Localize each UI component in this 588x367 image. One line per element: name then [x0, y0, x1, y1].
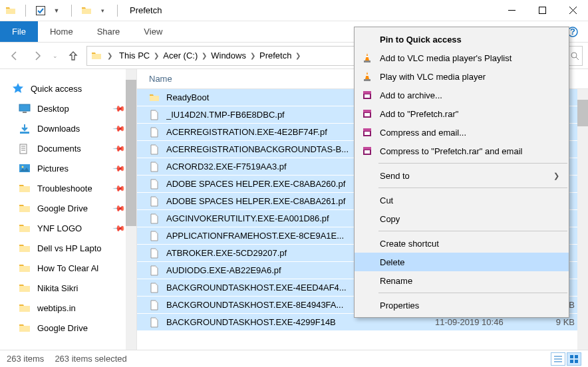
context-menu-item[interactable]: Pin to Quick access: [355, 30, 569, 49]
sidebar-item-label: Google Drive: [37, 203, 88, 213]
context-menu-item[interactable]: Add to VLC media player's Playlist: [355, 49, 569, 67]
menu-separator: [378, 187, 567, 188]
file-date: 11-09-2019 10:46: [435, 317, 535, 327]
file-icon: [149, 110, 160, 120]
desktop-icon: [19, 104, 31, 113]
sidebar-item-label: Nikita Sikri: [37, 283, 78, 293]
file-icon: [149, 196, 160, 207]
close-button[interactable]: [557, 0, 588, 21]
maximize-button[interactable]: [527, 0, 557, 21]
back-button[interactable]: [5, 47, 24, 65]
sidebar-item-label: Troubleshoote: [37, 184, 92, 193]
menu-separator: [378, 293, 567, 293]
file-icon: [149, 127, 160, 138]
sidebar-item[interactable]: Troubleshoote📌: [0, 178, 136, 198]
chevron-right-icon[interactable]: ❯: [247, 52, 258, 59]
breadcrumb-item[interactable]: Acer (C:): [162, 51, 199, 61]
context-menu-label: Copy: [380, 214, 400, 224]
context-menu-label: Compress to "Prefetch.rar" and email: [380, 146, 522, 156]
context-menu-item[interactable]: Send to❯: [355, 166, 569, 185]
context-menu-item[interactable]: Rename: [355, 271, 569, 290]
qat-dropdown-icon[interactable]: ▼: [51, 5, 62, 16]
sidebar-item[interactable]: Documents📌: [0, 138, 136, 158]
context-menu-item[interactable]: Play with VLC media player: [355, 67, 569, 86]
sidebar-quick-access[interactable]: Quick access: [0, 78, 136, 98]
pin-icon: 📌: [112, 102, 126, 116]
sidebar-item[interactable]: Desktop📌: [0, 98, 136, 118]
svg-rect-5: [19, 104, 30, 111]
chevron-right-icon[interactable]: ❯: [104, 52, 115, 59]
sidebar-item[interactable]: webtips.in: [0, 298, 136, 318]
context-menu-item[interactable]: Compress and email...: [355, 123, 569, 142]
pin-icon: 📌: [112, 122, 126, 136]
pin-icon: 📌: [112, 162, 126, 176]
sidebar-item[interactable]: YNF LOGO📌: [0, 218, 136, 238]
view-icons-button[interactable]: [567, 352, 581, 366]
pin-icon: 📌: [112, 142, 126, 156]
list-scrollbar[interactable]: [577, 89, 588, 350]
file-icon: [149, 179, 160, 189]
sidebar-item-label: How To Clear Al: [37, 263, 98, 273]
folder-icon: [19, 323, 31, 332]
breadcrumb-item[interactable]: This PC: [118, 51, 151, 61]
recent-dropdown-icon[interactable]: ⌄: [51, 47, 60, 65]
context-menu-item[interactable]: Properties: [355, 296, 569, 314]
folder-icon: [5, 5, 16, 16]
up-button[interactable]: [64, 47, 82, 65]
svg-rect-17: [363, 110, 371, 112]
context-menu-item[interactable]: Copy: [355, 209, 569, 228]
pin-icon: 📌: [112, 221, 126, 235]
breadcrumb-item[interactable]: Windows: [210, 51, 247, 61]
svg-rect-14: [363, 91, 371, 94]
context-menu-item[interactable]: Add to "Prefetch.rar": [355, 104, 569, 123]
minimize-button[interactable]: [496, 0, 527, 21]
context-menu-label: Add to "Prefetch.rar": [380, 109, 458, 119]
checkbox-icon[interactable]: [35, 5, 46, 16]
sidebar-item-label: Google Drive: [37, 323, 88, 333]
sidebar-item[interactable]: Pictures📌: [0, 158, 136, 178]
tab-home[interactable]: Home: [38, 21, 85, 42]
file-icon: [149, 213, 160, 224]
svg-rect-20: [363, 128, 371, 131]
menu-separator: [378, 163, 567, 164]
chevron-right-icon[interactable]: ❯: [151, 52, 162, 59]
file-tab[interactable]: File: [0, 21, 38, 42]
sidebar-item[interactable]: How To Clear Al: [0, 258, 136, 278]
titlebar: ▼ ▾ Prefetch: [0, 0, 588, 21]
context-menu-label: Pin to Quick access: [380, 35, 462, 45]
svg-rect-28: [575, 360, 578, 363]
view-details-button[interactable]: [551, 352, 565, 366]
context-menu-item[interactable]: Add to archive...: [355, 86, 569, 104]
tab-share[interactable]: Share: [85, 21, 132, 42]
svg-rect-1: [539, 7, 545, 14]
folder-icon: [19, 263, 31, 273]
tab-view[interactable]: View: [132, 21, 174, 42]
sidebar-item[interactable]: Google Drive📌: [0, 198, 136, 218]
context-menu-item[interactable]: Cut: [355, 191, 569, 209]
star-icon: [12, 82, 24, 94]
sidebar-item[interactable]: Google Drive: [0, 318, 136, 338]
sidebar-scrollbar[interactable]: [126, 69, 136, 350]
file-name: BACKGROUNDTASKHOST.EXE-4299F14B: [166, 317, 428, 327]
context-menu-item[interactable]: Delete: [355, 253, 569, 271]
file-icon: [149, 283, 160, 293]
breadcrumb-item[interactable]: Prefetch: [258, 51, 293, 61]
pictures-icon: [19, 164, 31, 173]
folder-icon: [91, 51, 102, 61]
sidebar-item[interactable]: Downloads📌: [0, 118, 136, 138]
sidebar-item[interactable]: Dell vs HP Lapto: [0, 238, 136, 258]
context-menu-item[interactable]: Compress to "Prefetch.rar" and email: [355, 142, 569, 160]
context-menu-item[interactable]: Create shortcut: [355, 234, 569, 253]
chevron-right-icon[interactable]: ❯: [293, 52, 303, 59]
forward-button[interactable]: [28, 47, 47, 65]
context-menu-label: Create shortcut: [380, 239, 439, 249]
chevron-right-icon[interactable]: ❯: [199, 52, 210, 59]
file-icon: [149, 144, 160, 155]
title-dropdown-icon[interactable]: ▾: [97, 5, 108, 16]
status-item-count: 263 items: [7, 354, 44, 364]
context-menu-label: Properties: [380, 301, 419, 310]
svg-rect-8: [20, 144, 27, 154]
window-title: Prefetch: [127, 5, 162, 15]
sidebar-item[interactable]: Nikita Sikri: [0, 278, 136, 298]
sidebar-item-label: YNF LOGO: [37, 223, 82, 233]
